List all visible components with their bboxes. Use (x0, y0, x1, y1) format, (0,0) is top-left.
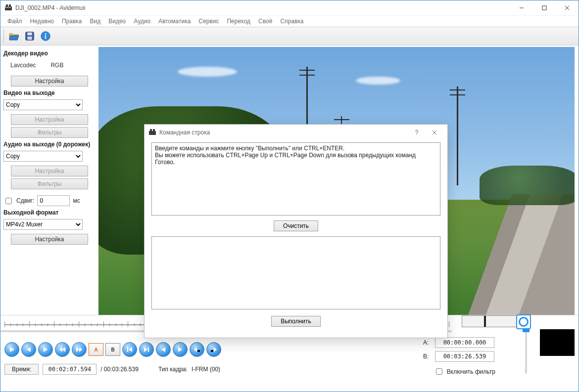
svg-rect-4 (7, 7, 8, 8)
svg-marker-20 (62, 347, 65, 352)
menu-service[interactable]: Сервис (194, 17, 223, 26)
svg-rect-2 (9, 4, 11, 6)
svg-rect-26 (148, 347, 149, 352)
filter-checkbox[interactable] (436, 368, 442, 375)
next-black-button[interactable] (206, 342, 221, 357)
svg-marker-24 (129, 347, 132, 352)
a-value: 00:00:00.000 (435, 337, 494, 348)
audio-out-select[interactable]: Copy (3, 151, 83, 162)
goto-end-button[interactable] (139, 342, 154, 357)
svg-point-14 (45, 33, 47, 35)
menu-auto[interactable]: Автоматика (154, 17, 194, 26)
mark-b-button[interactable]: B (105, 343, 120, 356)
clear-button[interactable]: Очистить (274, 220, 318, 231)
decoder-info: Lavcodec RGB (3, 59, 96, 74)
close-button[interactable] (556, 0, 579, 15)
total-time: / 00:03:26.539 (100, 366, 139, 373)
dialog-app-icon (148, 129, 156, 136)
app-icon (4, 4, 12, 12)
toolbar (0, 27, 579, 45)
svg-marker-22 (79, 347, 82, 352)
video-filters-button: Фильтры (11, 127, 88, 138)
format-heading: Выходной формат (3, 209, 96, 216)
rewind-button[interactable] (55, 342, 70, 357)
next-button[interactable] (38, 342, 53, 357)
svg-marker-19 (59, 347, 62, 352)
preview-bush (480, 166, 575, 205)
decoder-settings-button[interactable]: Настройка (11, 76, 88, 87)
menu-custom[interactable]: Своё (254, 17, 276, 26)
minimize-button[interactable] (510, 0, 533, 15)
svg-rect-32 (211, 350, 213, 352)
audio-shift-checkbox[interactable] (5, 198, 12, 204)
cloud-icon (356, 77, 400, 85)
command-input[interactable] (151, 236, 440, 309)
titlebar: DJI_0002.MP4 - Avidemux (0, 0, 579, 15)
format-select[interactable]: MP4v2 Muxer (3, 219, 83, 230)
dialog-close-button[interactable] (426, 126, 443, 139)
svg-rect-7 (542, 6, 546, 10)
svg-marker-18 (44, 347, 48, 352)
command-line-dialog: Командная строка ? Введите команды и наж… (144, 124, 448, 338)
prev-button[interactable] (21, 342, 36, 357)
svg-marker-29 (194, 347, 197, 352)
time-value[interactable]: 00:02:07.594 (43, 364, 96, 375)
svg-marker-25 (144, 347, 147, 352)
svg-rect-30 (197, 350, 200, 352)
svg-rect-3 (5, 7, 6, 8)
save-icon[interactable] (23, 29, 37, 43)
prev-black-button[interactable] (190, 342, 204, 357)
next-keyframe-button[interactable] (173, 342, 188, 357)
b-label: B: (423, 353, 432, 360)
menu-recent[interactable]: Недавно (26, 17, 58, 26)
svg-rect-1 (6, 4, 8, 6)
svg-rect-15 (45, 35, 46, 39)
window-title: DJI_0002.MP4 - Avidemux (15, 4, 510, 11)
frame-type-value: I-FRM (00) (192, 366, 220, 373)
window-controls (510, 0, 579, 15)
menu-file[interactable]: Файл (3, 17, 26, 26)
dialog-titlebar[interactable]: Командная строка ? (145, 125, 447, 140)
format-settings-button[interactable]: Настройка (11, 234, 88, 245)
audio-shift-input[interactable] (37, 195, 70, 206)
open-icon[interactable] (7, 29, 21, 43)
sidebar: Декодер видео Lavcodec RGB Настройка Вид… (0, 45, 98, 315)
run-button[interactable]: Выполнить (271, 316, 321, 327)
dialog-help-button[interactable]: ? (408, 126, 426, 139)
goto-start-button[interactable] (122, 342, 137, 357)
menu-audio[interactable]: Аудио (130, 17, 154, 26)
filter-label: Включить фильтр (447, 368, 495, 375)
command-log[interactable]: Введите команды и нажмите кнопку "Выполн… (151, 142, 440, 216)
ab-panel: A: 00:00:00.000 B: 00:03:26.539 (423, 337, 494, 362)
menu-edit[interactable]: Правка (58, 17, 86, 26)
info-icon[interactable] (39, 29, 52, 43)
a-label: A: (423, 339, 432, 346)
decoder-color: RGB (50, 62, 63, 69)
app-window: DJI_0002.MP4 - Avidemux Файл Недавно Пра… (0, 0, 579, 392)
svg-marker-27 (161, 347, 165, 352)
svg-marker-17 (27, 347, 31, 352)
menu-view[interactable]: Вид (86, 17, 105, 26)
video-out-select[interactable]: Copy (3, 99, 83, 110)
scope-box (540, 329, 575, 356)
svg-marker-21 (76, 347, 79, 352)
menu-video[interactable]: Видео (104, 17, 130, 26)
prev-keyframe-button[interactable] (156, 342, 171, 357)
forward-button[interactable] (72, 342, 87, 357)
menu-goto[interactable]: Переход (223, 17, 254, 26)
svg-rect-23 (127, 347, 128, 352)
audio-out-heading: Аудио на выходе (0 дорожек) (3, 141, 96, 148)
play-button[interactable] (4, 342, 19, 357)
audio-filters-button: Фильтры (11, 178, 88, 189)
video-settings-button: Настройка (11, 114, 88, 125)
b-value: 00:03:26.539 (435, 351, 494, 362)
dialog-body: Введите команды и нажмите кнопку "Выполн… (145, 140, 447, 338)
menu-help[interactable]: Справка (276, 17, 307, 26)
time-label: Время: (4, 364, 39, 375)
menubar: Файл Недавно Правка Вид Видео Аудио Авто… (0, 15, 579, 27)
mark-a-button[interactable]: A (89, 343, 103, 356)
maximize-button[interactable] (533, 0, 556, 15)
svg-rect-34 (150, 129, 152, 131)
video-out-heading: Видео на выходе (3, 89, 96, 96)
volume-slider[interactable] (525, 329, 527, 374)
